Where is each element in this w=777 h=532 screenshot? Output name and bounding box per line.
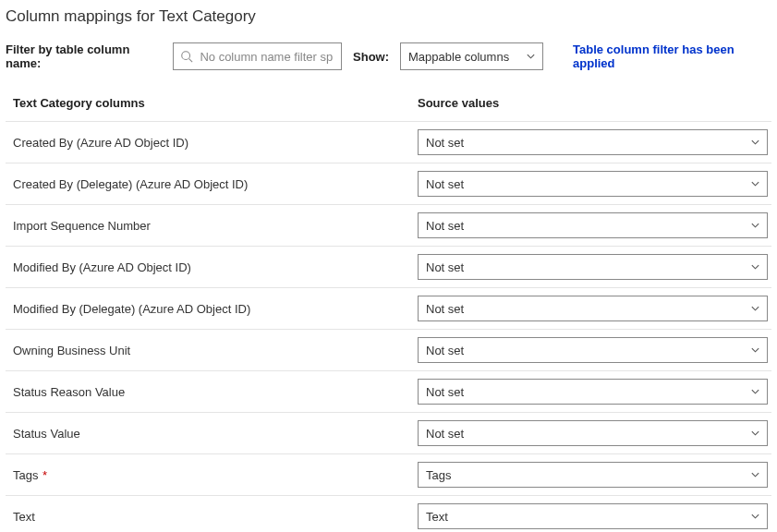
row-select-wrap: Text — [418, 503, 768, 529]
page-title: Column mappings for Text Category — [6, 7, 771, 26]
source-value-select[interactable]: Not set — [418, 337, 768, 363]
table-row: TextText — [6, 495, 771, 532]
source-value-select[interactable]: Not set — [418, 254, 768, 280]
source-value-select[interactable]: Text — [418, 503, 768, 529]
row-label-text: Tags — [13, 468, 38, 482]
source-value-select[interactable]: Tags — [418, 462, 768, 488]
row-select-wrap: Not set — [418, 420, 768, 446]
source-value-select[interactable]: Not set — [418, 129, 768, 155]
table-row: Tags *Tags — [6, 453, 771, 495]
row-label: Created By (Delegate) (Azure AD Object I… — [9, 177, 418, 191]
rows-container: Created By (Azure AD Object ID)Not setCr… — [6, 121, 771, 532]
show-select-wrap: Mappable columns — [400, 42, 543, 70]
row-label-text: Created By (Delegate) (Azure AD Object I… — [13, 177, 248, 191]
row-label-text: Modified By (Azure AD Object ID) — [13, 260, 191, 274]
row-label: Modified By (Azure AD Object ID) — [9, 260, 418, 274]
search-input-wrap — [173, 42, 342, 70]
row-select-wrap: Not set — [418, 337, 768, 363]
table-row: Created By (Delegate) (Azure AD Object I… — [6, 163, 771, 204]
row-select-wrap: Not set — [418, 171, 768, 197]
header-left: Text Category columns — [9, 96, 418, 110]
source-value-select[interactable]: Not set — [418, 171, 768, 197]
show-label: Show: — [353, 50, 389, 64]
table-headers: Text Category columns Source values — [6, 89, 771, 121]
show-select[interactable]: Mappable columns — [400, 42, 543, 70]
table-row: Status Reason ValueNot set — [6, 370, 771, 412]
row-label: Status Reason Value — [9, 385, 418, 399]
row-label: Tags * — [9, 468, 418, 482]
row-label-text: Import Sequence Number — [13, 219, 151, 233]
row-select-wrap: Not set — [418, 296, 768, 321]
source-value-select[interactable]: Not set — [418, 212, 768, 238]
row-label: Status Value — [9, 427, 418, 441]
row-select-wrap: Not set — [418, 379, 768, 405]
row-label: Text — [9, 510, 418, 524]
filter-applied-message: Table column filter has been applied — [573, 42, 771, 70]
row-label-text: Modified By (Delegate) (Azure AD Object … — [13, 302, 250, 316]
row-label: Owning Business Unit — [9, 344, 418, 357]
row-label: Import Sequence Number — [9, 219, 418, 233]
row-label: Created By (Azure AD Object ID) — [9, 136, 418, 150]
source-value-select[interactable]: Not set — [418, 420, 768, 446]
table-row: Modified By (Azure AD Object ID)Not set — [6, 246, 771, 287]
filter-input[interactable] — [173, 42, 342, 70]
filter-bar: Filter by table column name: Show: Mappa… — [6, 42, 771, 70]
source-value-select[interactable]: Not set — [418, 296, 768, 321]
row-select-wrap: Not set — [418, 129, 768, 155]
row-label-text: Owning Business Unit — [13, 344, 130, 357]
row-label-text: Status Value — [13, 427, 80, 441]
row-select-wrap: Not set — [418, 254, 768, 280]
table-row: Owning Business UnitNot set — [6, 329, 771, 370]
header-right: Source values — [418, 96, 768, 110]
table-row: Import Sequence NumberNot set — [6, 204, 771, 246]
table-row: Modified By (Delegate) (Azure AD Object … — [6, 287, 771, 329]
row-select-wrap: Tags — [418, 462, 768, 488]
table-row: Status ValueNot set — [6, 412, 771, 453]
row-label: Modified By (Delegate) (Azure AD Object … — [9, 302, 418, 316]
filter-label: Filter by table column name: — [6, 42, 162, 70]
row-label-text: Status Reason Value — [13, 385, 125, 399]
table-row: Created By (Azure AD Object ID)Not set — [6, 121, 771, 163]
row-select-wrap: Not set — [418, 212, 768, 238]
row-label-text: Text — [13, 510, 35, 524]
row-label-text: Created By (Azure AD Object ID) — [13, 136, 188, 150]
source-value-select[interactable]: Not set — [418, 379, 768, 405]
required-star-icon: * — [39, 468, 47, 482]
